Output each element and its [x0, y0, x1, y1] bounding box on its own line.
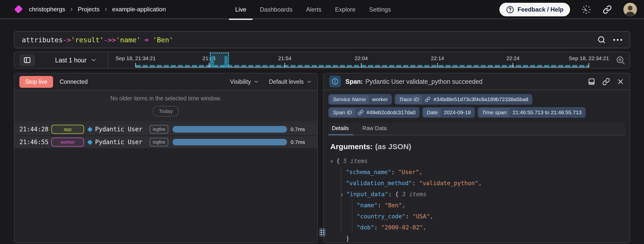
chevron-down-icon: [253, 79, 259, 85]
tab-live[interactable]: Live: [228, 0, 253, 19]
user-avatar[interactable]: [623, 3, 637, 16]
json-line: "country_code": "USA",: [330, 211, 630, 222]
span-name: Pydantic User: [95, 139, 150, 146]
time-span-badge: Time span 21:46:55.713 to 21:46:55.713: [477, 107, 586, 118]
log-row[interactable]: 21:44:28 app Pydantic User logfire 0.7ms: [14, 123, 317, 135]
feedback-help-button[interactable]: Feedback / Help: [499, 3, 570, 16]
json-line: ∨"input_data": { 3 items: [330, 189, 630, 200]
query-text: attributes->'result'->>'name' = 'Ben': [22, 36, 173, 44]
query-input[interactable]: attributes->'result'->>'name' = 'Ben': [14, 31, 630, 48]
today-pill[interactable]: Today: [153, 106, 179, 116]
badge-value: #48eb2cdcdc317da0: [367, 109, 416, 115]
axis-start-label: Sep 18, 21:34:21: [115, 55, 156, 61]
duration-label: 0.7ms: [291, 139, 305, 145]
axis-tick: [209, 63, 209, 67]
chevron-right-icon: ›: [105, 5, 107, 14]
live-view-panel: Stop live Connected Visibility Default l…: [14, 73, 318, 243]
logfire-tag: logfire: [150, 125, 168, 134]
link-icon: [358, 110, 364, 115]
collapse-caret-icon[interactable]: ∨: [330, 158, 334, 164]
tab-alerts[interactable]: Alerts: [299, 0, 328, 19]
badge-value: 21:46:55.713 to 21:46:55.713: [513, 109, 582, 115]
badge-label: Time span: [479, 108, 510, 117]
top-nav: christophergs › Projects › example-appli…: [0, 0, 644, 19]
span-metadata-badges: Service Name worker Trace ID #34bd8e51d7…: [324, 90, 630, 119]
axis-tick: [589, 63, 589, 67]
span-id-badge[interactable]: Span ID #48eb2cdcdc317da0: [328, 107, 420, 118]
arguments-heading-note: (as JSON): [375, 142, 411, 151]
stop-live-button[interactable]: Stop live: [19, 76, 53, 88]
indent-guide: [352, 200, 352, 233]
breadcrumb-org[interactable]: christophergs: [29, 6, 65, 13]
chevron-down-icon: [306, 79, 312, 85]
visibility-dropdown[interactable]: Visibility: [230, 78, 259, 85]
timeline-histogram-baseline: [136, 65, 589, 67]
main-nav-tabs: Live Dashboards Alerts Explore Settings: [228, 0, 398, 19]
timeline-bar: Last 1 hour Sep 18, 21:34:21 21:44 21:54…: [14, 52, 630, 69]
json-line: "name": "Ben",: [330, 200, 630, 211]
tab-settings[interactable]: Settings: [362, 0, 398, 19]
timeline-axis[interactable]: Sep 18, 21:34:21 21:44 21:54 22:04 22:14…: [14, 52, 630, 68]
more-options-icon[interactable]: [613, 39, 622, 41]
copy-link-icon[interactable]: [603, 5, 612, 14]
logfire-logo-icon[interactable]: [14, 5, 23, 13]
breadcrumb-project[interactable]: example-application: [112, 6, 166, 13]
json-tree: ∨{ 5 items "schema_name": "User", "valid…: [330, 155, 630, 243]
histogram-bar: [224, 56, 228, 67]
empty-history-notice: No older items in the selected time wind…: [14, 91, 317, 123]
tab-dashboards[interactable]: Dashboards: [253, 0, 299, 19]
date-badge: Date 2024-09-18: [422, 107, 475, 118]
tab-explore[interactable]: Explore: [328, 0, 362, 19]
badge-value: 2024-09-18: [444, 109, 471, 115]
span-detail-tabs: Details Raw Data: [328, 123, 625, 135]
span-name: Pydantic User: [95, 126, 150, 133]
breadcrumb-projects[interactable]: Projects: [78, 6, 100, 13]
breadcrumb: christophergs › Projects › example-appli…: [29, 5, 166, 14]
tab-raw-data[interactable]: Raw Data: [361, 125, 388, 135]
close-icon[interactable]: [617, 78, 624, 85]
default-levels-label: Default levels: [269, 78, 304, 85]
service-name-badge: Service Name worker: [328, 94, 392, 105]
live-view-controls: Visibility Default levels: [230, 78, 312, 85]
duration-bar: [173, 139, 287, 145]
span-header-actions: [588, 78, 624, 86]
trace-id-badge[interactable]: Trace ID #34bd8e51d73c3f4c8a189b72338a5b…: [394, 94, 532, 105]
span-title-text: Pydantic User validate_python succeeded: [365, 78, 482, 85]
search-icon[interactable]: [597, 35, 606, 44]
duration-bar: [173, 126, 287, 133]
arguments-heading: Arguments:(as JSON): [330, 142, 630, 151]
timeline-selection-window[interactable]: [210, 53, 229, 67]
json-line: "schema_name": "User",: [330, 167, 630, 178]
zoom-in-icon[interactable]: [616, 55, 626, 66]
tab-details[interactable]: Details: [331, 125, 350, 135]
log-rows: 21:44:28 app Pydantic User logfire 0.7ms…: [14, 123, 317, 148]
chevron-right-icon: ›: [70, 5, 73, 14]
axis-tick: [513, 63, 513, 67]
span-kind-label: Span:: [345, 78, 363, 85]
service-badge: worker: [51, 138, 84, 147]
default-levels-dropdown[interactable]: Default levels: [269, 78, 312, 85]
feedback-help-label: Feedback / Help: [517, 6, 564, 13]
badge-label: Trace ID: [396, 95, 422, 104]
badge-label: Service Name: [330, 95, 369, 104]
visibility-label: Visibility: [230, 78, 251, 85]
panel-resize-handle[interactable]: [319, 228, 326, 237]
query-actions: [597, 35, 622, 44]
span-detail-header: Span:Pydantic User validate_python succe…: [324, 73, 630, 90]
timeline-axis-line: [136, 67, 589, 67]
indent-guide: [341, 167, 341, 233]
axis-end-label: Sep 18, 22:34:21: [569, 55, 609, 61]
copy-span-link-icon[interactable]: [602, 78, 610, 86]
log-row[interactable]: 21:46:55 worker Pydantic User logfire 0.…: [14, 136, 317, 148]
span-diamond-icon: [87, 127, 93, 132]
theme-toggle-icon[interactable]: [582, 5, 591, 14]
connection-status: Connected: [60, 78, 88, 85]
link-icon: [425, 97, 430, 102]
log-time: 21:44:28: [19, 126, 51, 133]
logfire-tag: logfire: [150, 138, 168, 146]
nav-right-group: Feedback / Help: [499, 0, 637, 19]
dock-panel-icon[interactable]: [588, 78, 595, 86]
span-detail-content: Arguments:(as JSON) ∨{ 5 items "schema_n…: [324, 135, 630, 243]
axis-tick: [361, 63, 361, 67]
badge-value: worker: [372, 96, 388, 102]
